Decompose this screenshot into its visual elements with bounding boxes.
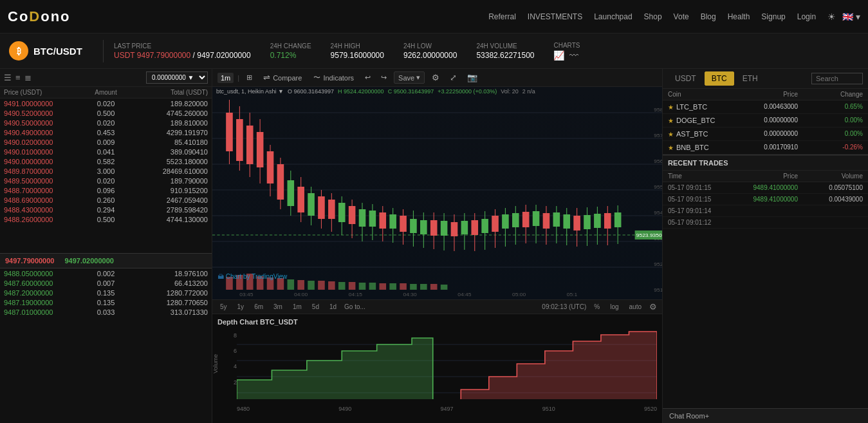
nav-referral[interactable]: Referral xyxy=(488,12,516,21)
nav-shop[interactable]: Shop xyxy=(644,12,662,21)
svg-text:9570: 9570 xyxy=(654,133,662,138)
orderbook-sell-row[interactable]: 9488.70000000 0.096 910.915200 xyxy=(0,185,212,195)
orderbook-sell-row[interactable]: 9489.50000000 0.020 189.790000 xyxy=(0,176,212,185)
orderbook-buy-row[interactable]: 9487.01000000 0.033 313.071330 xyxy=(0,307,212,317)
recent-trade-row: 05-17 09:01:15 9489.41000000 0.00439000 xyxy=(663,194,868,205)
tab-btc[interactable]: BTC xyxy=(705,71,734,86)
orderbook-sell-row[interactable]: 9490.01000000 0.041 389.090410 xyxy=(0,147,212,156)
candle-chart-icon[interactable]: 〰 xyxy=(569,50,578,61)
orderbook-sell-row[interactable]: 9490.49000000 0.453 4299.191970 xyxy=(0,127,212,137)
nav-launchpad[interactable]: Launchpad xyxy=(594,12,632,21)
nav-blog[interactable]: Blog xyxy=(701,12,716,21)
orderbook-sell-row[interactable]: 9488.26000000 0.500 4744.130000 xyxy=(0,214,212,224)
sell-amount: 3.000 xyxy=(72,167,140,175)
goto-btn[interactable]: Go to... xyxy=(344,303,365,310)
tf-separator: | xyxy=(237,74,239,82)
coin-search-input[interactable] xyxy=(811,73,863,84)
redo-btn[interactable]: ↪ xyxy=(378,72,390,83)
depth-y-axis: 8 6 4 2 xyxy=(217,328,237,399)
bottom-5d-btn[interactable]: 5d xyxy=(309,303,322,311)
coin-list-row[interactable]: ★ BNB_BTC 0.00170910 -0.26% xyxy=(663,141,868,155)
fullscreen-icon[interactable]: ⤢ xyxy=(447,71,460,84)
snapshot-icon[interactable]: 📷 xyxy=(464,71,481,84)
orderbook-buy-row[interactable]: 9488.05000000 0.002 18.976100 xyxy=(0,268,212,278)
buy-side-icon[interactable]: ≡ xyxy=(15,73,21,82)
line-chart-icon[interactable]: 📈 xyxy=(553,50,564,61)
save-btn[interactable]: Save ▾ xyxy=(394,71,425,84)
coin-list-row[interactable]: ★ LTC_BTC 0.00463000 0.65% xyxy=(663,100,868,114)
svg-rect-29 xyxy=(277,164,284,200)
compare-btn[interactable]: ⇌ Compare xyxy=(259,71,306,84)
last-price-label: LAST PRICE xyxy=(114,42,251,50)
chat-room-btn[interactable]: Chat Room+ xyxy=(663,408,868,423)
ohlc-chg: +3.22250000 (+0.03%) xyxy=(438,88,497,95)
svg-rect-75 xyxy=(512,213,519,227)
nav-vote[interactable]: Vote xyxy=(674,12,689,21)
language-flag[interactable]: 🇬🇧 ▾ xyxy=(842,12,860,22)
orderbook-sell-row[interactable]: 9488.69000000 0.260 2467.059400 xyxy=(0,195,212,205)
settings-icon[interactable]: ☀ xyxy=(827,12,836,22)
orderbook-sell-row[interactable]: 9490.00000000 0.582 5523.180000 xyxy=(0,156,212,166)
list-icon[interactable]: ☰ xyxy=(4,73,12,82)
bottom-5y-btn[interactable]: 5y xyxy=(217,303,230,311)
nav-health[interactable]: Health xyxy=(728,12,750,21)
depth-x-5: 9520 xyxy=(644,406,657,412)
sell-total: 2467.059400 xyxy=(140,196,208,204)
nav-login[interactable]: Login xyxy=(797,12,816,21)
svg-rect-23 xyxy=(246,126,254,164)
log-btn[interactable]: log xyxy=(607,303,621,311)
coin-list-row[interactable]: ★ AST_BTC 0.00000000 0.00% xyxy=(663,127,868,141)
star-icon[interactable]: ★ xyxy=(668,131,674,138)
nav-signup[interactable]: Signup xyxy=(761,12,785,21)
star-icon[interactable]: ★ xyxy=(668,144,674,151)
coin-name: ★ LTC_BTC xyxy=(668,103,733,111)
orderbook-buy-row[interactable]: 9487.20000000 0.135 1280.772000 xyxy=(0,288,212,297)
coin-list-row[interactable]: ★ DOGE_BTC 0.00000000 0.00% xyxy=(663,114,868,127)
orderbook-buy-row[interactable]: 9487.19000000 0.135 1280.770650 xyxy=(0,297,212,307)
orderbook-sell-row[interactable]: 9490.02000000 0.009 85.410180 xyxy=(0,137,212,147)
charts-icons: 📈 〰 xyxy=(553,50,580,61)
svg-rect-89 xyxy=(584,215,591,229)
bottom-1y-btn[interactable]: 1y xyxy=(235,303,247,311)
svg-rect-81 xyxy=(543,213,550,229)
bottom-1m-btn[interactable]: 1m xyxy=(290,303,304,311)
star-icon[interactable]: ★ xyxy=(668,104,674,111)
amount-precision-select[interactable]: 0.00000000 ▼ xyxy=(146,71,208,84)
percent-btn[interactable]: % xyxy=(591,303,602,311)
orderbook-sell-row[interactable]: 9490.52000000 0.500 4745.260000 xyxy=(0,108,212,118)
star-icon[interactable]: ★ xyxy=(668,117,674,124)
svg-rect-31 xyxy=(288,180,295,206)
bottom-1d-btn[interactable]: 1d xyxy=(327,303,339,311)
indicators-btn[interactable]: 〜 Indicators xyxy=(309,71,358,84)
change-label: 24H CHANGE xyxy=(270,42,311,50)
sell-total: 5523.180000 xyxy=(140,158,208,165)
nav-investments[interactable]: INVESTMENTS xyxy=(528,12,582,21)
vol-label: Vol: 20 xyxy=(501,88,519,95)
svg-rect-115 xyxy=(420,284,427,290)
bottom-6m-btn[interactable]: 6m xyxy=(252,303,266,311)
svg-text:03:45: 03:45 xyxy=(239,292,254,297)
logo[interactable]: CoDono xyxy=(8,8,71,25)
buy-price: 9487.20000000 xyxy=(4,289,72,297)
candle-type-icon[interactable]: ⊞ xyxy=(243,72,255,83)
settings-chart-icon[interactable]: ⚙ xyxy=(429,71,443,84)
orderbook-sell-row[interactable]: 9488.43000000 0.294 2789.598420 xyxy=(0,205,212,214)
tf-1m-btn[interactable]: 1m xyxy=(217,73,234,83)
sell-price: 9489.87000000 xyxy=(4,167,72,175)
chart-settings-icon[interactable]: ⚙ xyxy=(649,302,657,312)
compare-icon: ⇌ xyxy=(263,73,270,82)
chart-bottom-bar: 5y 1y 6m 3m 1m 5d 1d Go to... 09:02:13 (… xyxy=(212,299,662,314)
orderbook-sell-row[interactable]: 9491.00000000 0.020 189.820000 xyxy=(0,99,212,108)
col-price: Price xyxy=(733,91,798,98)
svg-rect-55 xyxy=(410,219,417,233)
auto-btn[interactable]: auto xyxy=(627,303,644,311)
undo-btn[interactable]: ↩ xyxy=(362,72,374,83)
bottom-3m-btn[interactable]: 3m xyxy=(271,303,285,311)
sell-side-icon[interactable]: ≣ xyxy=(24,73,32,82)
orderbook-buy-row[interactable]: 9487.60000000 0.007 66.413200 xyxy=(0,278,212,288)
orderbook-sell-row[interactable]: 9490.50000000 0.020 189.810000 xyxy=(0,118,212,127)
orderbook-sell-row[interactable]: 9489.87000000 3.000 28469.610000 xyxy=(0,166,212,176)
tab-eth[interactable]: ETH xyxy=(735,71,765,86)
last-price-stat: LAST PRICE USDT 9497.79000000 / 9497.020… xyxy=(114,42,251,60)
tab-usdt[interactable]: USDT xyxy=(668,71,703,86)
